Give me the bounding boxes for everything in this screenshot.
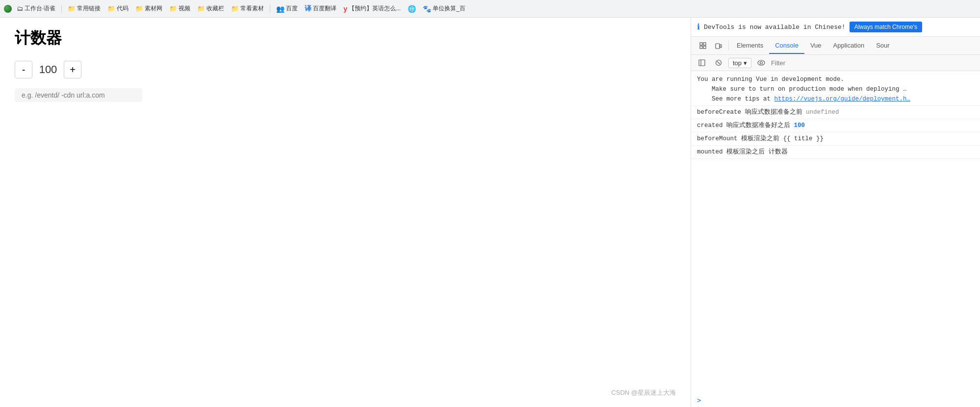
tab-separator <box>728 41 729 51</box>
notification-text: DevTools is now available in Chinese! <box>704 24 846 31</box>
main-layout: 计数器 - 100 + CSDN @星辰迷上大海 ℹ DevTools is n… <box>0 18 980 407</box>
console-line-mounted: mounted 模板渲染之后 计数器 <box>691 146 980 159</box>
vue-deployment-link[interactable]: https://vuejs.org/guide/deployment.h… <box>774 96 911 102</box>
bookmark-reading[interactable]: 📁 常看素材 <box>229 3 266 14</box>
folder-icon: 📁 <box>135 5 143 12</box>
device-toggle-icon[interactable] <box>711 37 726 54</box>
svg-rect-0 <box>700 43 702 45</box>
svg-point-10 <box>758 60 765 65</box>
match-chrome-button[interactable]: Always match Chrome's <box>850 22 922 32</box>
sidebar-toggle-button[interactable] <box>695 57 709 69</box>
page-content: 计数器 - 100 + CSDN @星辰迷上大海 <box>0 18 691 407</box>
bookmark-unit-convert[interactable]: 🐾 单位换算_百 <box>421 3 467 14</box>
translate-icon: 译 <box>305 4 311 13</box>
prompt-arrow: > <box>697 396 701 404</box>
unit-icon: 🐾 <box>423 5 431 13</box>
chevron-down-icon: ▾ <box>744 59 747 67</box>
bookmark-assets[interactable]: 📁 素材网 <box>133 3 164 14</box>
bookmark-youdao[interactable]: y 【预约】英语怎么... <box>341 3 403 14</box>
tab-console[interactable]: Console <box>769 38 804 54</box>
console-filter-input[interactable] <box>771 59 976 67</box>
console-line-beforemount: beforeMount 模板渲染之前 {{ title }} <box>691 132 980 146</box>
browser-toolbar: 🗂 工作台·语雀 📁 常用链接 📁 代码 📁 素材网 📁 视频 📁 收藏栏 📁 … <box>0 0 980 18</box>
info-icon: ℹ <box>697 22 700 32</box>
baidu-icon: 👥 <box>276 5 284 13</box>
tab-sources[interactable]: Sour <box>870 38 895 54</box>
page-title: 计数器 <box>15 27 676 49</box>
tab-application[interactable]: Application <box>827 38 871 54</box>
bookmark-common-links[interactable]: 📁 常用链接 <box>66 3 103 14</box>
bookmark-baidu[interactable]: 👥 百度 <box>274 3 300 14</box>
youdao-icon: y <box>343 5 347 13</box>
footer-text: CSDN @星辰迷上大海 <box>611 388 676 397</box>
console-line-created: created 响应式数据准备好之后 100 <box>691 119 980 132</box>
globe-icon: 🌐 <box>408 5 416 13</box>
console-prompt[interactable]: > <box>691 393 980 407</box>
svg-rect-5 <box>720 45 722 48</box>
console-line-vue-warning: You are running Vue in development mode.… <box>691 73 980 106</box>
inspect-icon[interactable] <box>695 37 711 54</box>
svg-point-11 <box>760 62 763 64</box>
separator <box>61 5 62 13</box>
bookmark-video[interactable]: 📁 视频 <box>167 3 192 14</box>
console-line-beforecreate: beforeCreate 响应式数据准备之前 undefined <box>691 106 980 119</box>
devtools-notification: ℹ DevTools is now available in Chinese! … <box>691 18 980 37</box>
increment-button[interactable]: + <box>64 61 81 78</box>
devtools-panel: ℹ DevTools is now available in Chinese! … <box>691 18 980 407</box>
console-output: You are running Vue in development mode.… <box>691 71 980 393</box>
tab-elements[interactable]: Elements <box>731 38 769 54</box>
folder-icon: 📁 <box>68 5 76 12</box>
folder-icon: 📁 <box>231 5 239 12</box>
svg-rect-2 <box>703 43 706 45</box>
folder-icon: 📁 <box>197 5 205 12</box>
svg-rect-3 <box>703 46 706 49</box>
clear-console-button[interactable] <box>712 57 725 69</box>
filter-toggle-button[interactable] <box>754 57 768 69</box>
svg-rect-1 <box>700 46 702 49</box>
folder-icon: 📁 <box>169 5 177 12</box>
search-input[interactable] <box>15 88 142 102</box>
svg-rect-6 <box>699 60 705 66</box>
svg-line-9 <box>717 61 720 64</box>
bookmark-baidu-translate[interactable]: 译 百度翻译 <box>303 3 338 14</box>
bookmark-code[interactable]: 📁 代码 <box>105 3 130 14</box>
folder-icon: 📁 <box>107 5 115 12</box>
tab-vue[interactable]: Vue <box>804 38 827 54</box>
separator <box>270 5 270 13</box>
bookmark-favorites[interactable]: 📁 收藏栏 <box>195 3 226 14</box>
folder-icon: 🗂 <box>17 5 23 12</box>
context-dropdown[interactable]: top ▾ <box>728 58 751 68</box>
bookmark-workbench[interactable]: 🗂 工作台·语雀 <box>15 3 57 14</box>
svg-rect-4 <box>716 44 720 49</box>
bookmark-globe[interactable]: 🌐 <box>406 4 418 14</box>
counter-display: 100 <box>38 63 58 76</box>
devtools-tabs: Elements Console Vue Application Sour <box>691 37 980 55</box>
browser-favicon <box>4 5 12 13</box>
decrement-button[interactable]: - <box>15 61 32 78</box>
console-toolbar: top ▾ <box>691 55 980 71</box>
counter-row: - 100 + <box>15 61 676 78</box>
